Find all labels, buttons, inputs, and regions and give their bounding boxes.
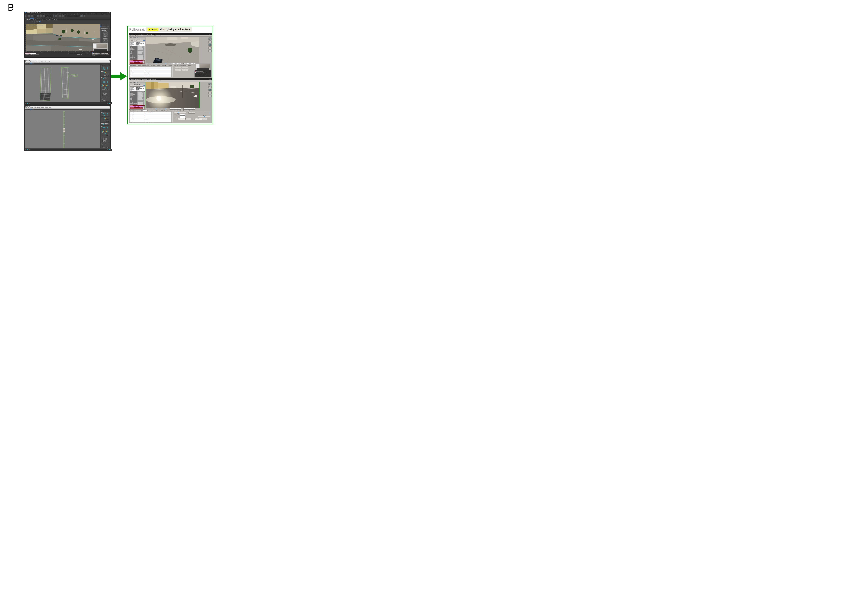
bottom-tab[interactable]: CubeMapRenderer	[179, 65, 187, 66]
relax-brush-icon[interactable]	[105, 72, 107, 73]
scrollbar[interactable]	[144, 47, 145, 59]
lights-icon[interactable]	[103, 26, 104, 27]
windows-toast[interactable]: Recorte y anotación El recorte se guardó…	[195, 70, 211, 77]
break-icon[interactable]	[106, 130, 107, 132]
blur-tool-button[interactable]: Blur	[208, 37, 212, 40]
menu-item[interactable]: Layouts	[158, 35, 161, 36]
strength-field[interactable]: 10,0	[106, 73, 109, 75]
menu-item[interactable]: File	[130, 80, 131, 81]
relax-icon[interactable]	[105, 124, 106, 125]
script-button[interactable]: 3Pt Align	[34, 17, 38, 19]
menu-item[interactable]: Civil View	[64, 14, 67, 14]
left-icon-toolbar[interactable]	[25, 24, 26, 51]
bottom-tab[interactable]: CubeMapRenderer	[180, 110, 187, 111]
menu-item[interactable]: Select	[30, 61, 33, 62]
menu-item[interactable]: AI Spline	[143, 80, 146, 81]
bottom-tab[interactable]: Track	[147, 65, 150, 66]
window-controls-icon[interactable]	[208, 34, 211, 35]
bottom-tab[interactable]: Object	[129, 65, 133, 66]
stitch-target-icon[interactable]	[107, 127, 108, 129]
menu-item[interactable]: Scripting	[73, 14, 76, 14]
menu-item[interactable]: File	[130, 35, 131, 36]
modify-tab-icon[interactable]	[102, 25, 103, 25]
grid-toggle-icon[interactable]	[28, 149, 29, 150]
script-button[interactable]: tPoly) Regular	[51, 17, 57, 19]
azimuth-slider[interactable]	[198, 116, 211, 117]
move-icon[interactable]	[25, 63, 26, 64]
bottom-tab[interactable]: Cameras	[137, 65, 141, 66]
primitive-button[interactable]: GeoSphere	[103, 38, 108, 39]
flatten-poly-icon[interactable]	[105, 130, 106, 132]
padding-field[interactable]: 0,001	[106, 101, 109, 102]
align-icon[interactable]	[102, 67, 104, 68]
menu-item[interactable]: Utilities	[154, 80, 157, 81]
space-v-icon[interactable]	[104, 115, 105, 116]
border-mode-icon[interactable]	[36, 21, 37, 22]
falloff-field[interactable]: 20,0	[106, 121, 109, 122]
bottom-tab[interactable]: Camera Spline	[173, 110, 179, 111]
bottom-tab[interactable]: Track Cameras	[150, 65, 156, 66]
bottom-tab[interactable]: Cameras	[137, 110, 141, 111]
bottom-tab[interactable]: Data Scripts	[187, 110, 192, 111]
material-prop-row[interactable]: detailNMMult20 20	[130, 59, 144, 59]
edge-mode-icon[interactable]	[34, 21, 35, 22]
move-brush-icon[interactable]	[104, 118, 105, 119]
freeform-mode-icon[interactable]	[31, 109, 32, 110]
stitch-custom-icon[interactable]	[102, 81, 104, 83]
bottom-tab[interactable]: Animations	[157, 110, 161, 111]
toast-close-icon[interactable]	[109, 51, 110, 53]
pelt-map-icon[interactable]	[106, 93, 107, 94]
window-controls-icon[interactable]	[107, 12, 110, 13]
reorder-button[interactable]: reorder	[175, 69, 181, 71]
stitch-custom-icon[interactable]	[102, 127, 104, 129]
maxscript-mini-listener-white[interactable]	[31, 53, 36, 54]
sun-angle-slider[interactable]	[174, 112, 186, 113]
tab-scene[interactable]: Scene	[129, 82, 133, 83]
bottom-tab[interactable]: Materials	[133, 65, 137, 66]
wiper-we-button[interactable]: ⇙W ⇙E	[208, 47, 212, 49]
grid-overlay-button[interactable]	[208, 50, 212, 52]
toolbar-icons[interactable]	[37, 15, 44, 17]
uv-canvas[interactable]	[25, 110, 100, 149]
menu-item[interactable]: View	[132, 80, 134, 81]
y-coordinate-field[interactable]	[73, 53, 78, 54]
primitive-button[interactable]: Tube	[103, 41, 108, 43]
straighten-icon[interactable]	[103, 78, 104, 79]
bottom-tab[interactable]: Batch	[161, 65, 164, 66]
render-viewport-1[interactable]	[146, 37, 200, 63]
utilities-tab-icon[interactable]	[107, 25, 108, 25]
tab-material[interactable]: Material	[133, 82, 138, 83]
menu-item[interactable]: Options	[41, 107, 44, 108]
primitive-button[interactable]: Cylinder	[103, 39, 108, 41]
options-icon[interactable]	[110, 149, 111, 150]
peel-mode-icon[interactable]	[105, 93, 106, 94]
reload-texture-button[interactable]: R	[143, 60, 144, 62]
rotate-checkbox[interactable]	[102, 146, 103, 147]
move-icon[interactable]	[25, 109, 26, 110]
grid-toggle-icon[interactable]	[28, 103, 29, 104]
snap-icon[interactable]	[107, 69, 108, 70]
shader-dropdown[interactable]: ksMultilayer_fresnel_nm	[130, 85, 143, 87]
bottom-tab[interactable]: Car Animations	[167, 110, 173, 111]
menu-item[interactable]: View	[49, 61, 51, 62]
axis-button[interactable]: Y	[27, 17, 28, 19]
explode-icon[interactable]	[107, 130, 108, 132]
menu-item[interactable]: Rendering	[59, 14, 62, 14]
collapse-button[interactable]: collapse	[182, 69, 188, 71]
menu-item[interactable]: Interactive	[78, 14, 81, 14]
scrollbar[interactable]	[144, 91, 145, 105]
primitive-button[interactable]: Sphere	[103, 36, 108, 37]
rotate-cw-icon[interactable]	[105, 69, 107, 70]
zenith-slider[interactable]	[198, 113, 211, 113]
bottom-tab[interactable]: Car Animations	[167, 65, 173, 66]
rescale-checkbox[interactable]	[102, 144, 103, 146]
menu-item[interactable]: Mapping	[37, 107, 40, 108]
tab-material[interactable]: Material	[133, 37, 138, 38]
threshold-field[interactable]: 0,01	[106, 135, 108, 136]
menu-item[interactable]: Utilities	[154, 35, 157, 36]
add-time-tag[interactable]: Add Time Tag	[77, 54, 82, 55]
menu-item[interactable]: File	[25, 107, 27, 108]
create-selection-set-dropdown[interactable]: Create Selection Se	[45, 15, 53, 17]
smooth-icon[interactable]	[106, 124, 107, 125]
menu-item[interactable]: Graph Editors	[52, 14, 57, 14]
